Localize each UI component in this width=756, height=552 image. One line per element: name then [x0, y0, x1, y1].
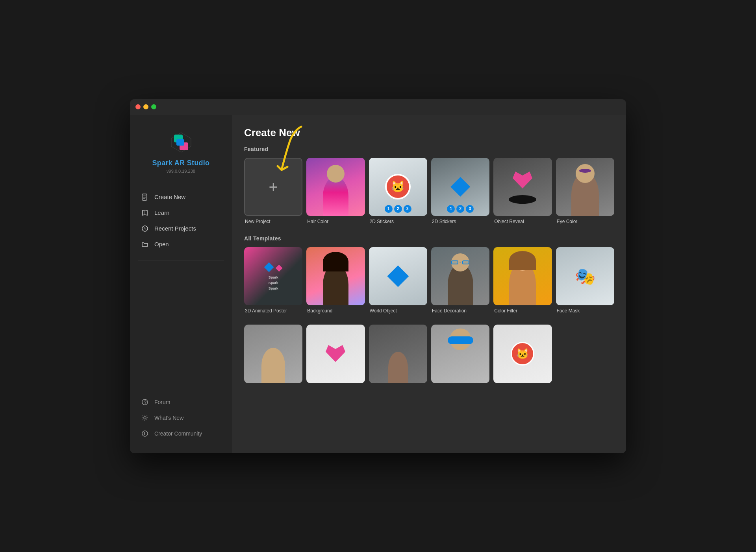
app-body: Spark AR Studio v99.0.0.19.238 C [130, 115, 626, 453]
plus-icon: + [269, 179, 278, 195]
nav-bottom: ? Forum What's New [130, 394, 232, 445]
face-decoration-label: Face Decoration [431, 308, 489, 314]
eye-color-label: Eye Color [556, 219, 614, 224]
svg-rect-3 [176, 139, 184, 146]
new-project-thumb[interactable]: + [244, 158, 302, 216]
background-label: Background [306, 308, 365, 314]
world-diamond-icon [387, 266, 409, 287]
badge-3: 3 [404, 205, 411, 213]
sidebar-label-creator-community: Creator Community [154, 430, 202, 437]
badge-1: 1 [447, 205, 455, 213]
template-card-bottom-1[interactable] [244, 325, 302, 383]
sidebar-item-create-new[interactable]: Create New [130, 189, 232, 205]
2d-stickers-label: 2D Stickers [369, 219, 427, 224]
template-card-bottom-2[interactable] [306, 325, 365, 383]
heart-svg [511, 170, 534, 191]
svg-marker-18 [326, 345, 345, 362]
template-card-background[interactable]: Background [306, 247, 365, 314]
close-button[interactable] [135, 104, 141, 109]
template-card-eye-color[interactable]: Eye Color [556, 158, 614, 224]
nav-divider [138, 260, 224, 260]
maximize-button[interactable] [151, 104, 156, 109]
template-card-poster[interactable]: Spark Spark Spark 3D Animated Poster [244, 247, 302, 314]
featured-label: Featured [244, 146, 614, 152]
svg-text:?: ? [144, 400, 147, 404]
template-card-object-reveal[interactable]: Object Reveal [493, 158, 552, 224]
bottom-templates-grid: 🐱 [244, 325, 614, 383]
3d-stickers-thumb[interactable]: 1 2 3 [431, 158, 489, 216]
sidebar-label-whats-new: What's New [154, 415, 183, 421]
all-templates-grid: Spark Spark Spark 3D Animated Poster [244, 247, 614, 314]
eye-color-thumb[interactable] [556, 158, 614, 216]
color-filter-thumb[interactable] [493, 247, 552, 305]
sidebar-item-creator-community[interactable]: f Creator Community [130, 426, 232, 441]
face-decoration-thumb[interactable] [431, 247, 489, 305]
sidebar-item-open[interactable]: Open [130, 236, 232, 252]
2d-stickers-thumb[interactable]: 🐱 1 2 3 [369, 158, 427, 216]
bottom-thumb-4[interactable] [431, 325, 489, 383]
template-card-3d-stickers[interactable]: 1 2 3 3D Stickers [431, 158, 489, 224]
svg-line-11 [145, 229, 146, 229]
world-object-thumb[interactable] [369, 247, 427, 305]
main-content: Create New Featured + New Project [232, 115, 626, 453]
template-card-world-object[interactable]: World Object [369, 247, 427, 314]
facebook-icon: f [141, 430, 149, 438]
template-card-color-filter[interactable]: Color Filter [493, 247, 552, 314]
hair-color-thumb[interactable] [306, 158, 365, 216]
template-card-bottom-5[interactable]: 🐱 [493, 325, 552, 383]
bottom-thumb-2[interactable] [306, 325, 365, 383]
clock-icon [141, 225, 149, 233]
face-paint-icon: 🎭 [556, 247, 614, 305]
sidebar-item-learn[interactable]: Learn [130, 205, 232, 221]
template-card-face-decoration[interactable]: Face Decoration [431, 247, 489, 314]
sidebar-label-recent: Recent Projects [154, 225, 196, 232]
question-icon: ? [141, 398, 149, 406]
bottom-thumb-5[interactable]: 🐱 [493, 325, 552, 383]
template-card-hair-color[interactable]: Hair Color [306, 158, 365, 224]
svg-text:f: f [144, 431, 145, 436]
template-card-bottom-4[interactable] [431, 325, 489, 383]
sidebar-label-open: Open [154, 241, 169, 247]
bottom-thumb-3[interactable] [369, 325, 427, 383]
poster-content: Spark Spark Spark [244, 247, 302, 305]
book-icon [141, 209, 149, 217]
bottom-thumb-1[interactable] [244, 325, 302, 383]
background-thumb[interactable] [306, 247, 365, 305]
bottom-heart-svg [324, 343, 347, 365]
badge-1: 1 [385, 205, 393, 213]
face-mask-thumb[interactable]: 🎭 [556, 247, 614, 305]
gear-icon [141, 414, 149, 422]
sidebar-label-create-new: Create New [154, 194, 185, 200]
bottom-cat-icon: 🐱 [511, 342, 534, 366]
poster-thumb[interactable]: Spark Spark Spark [244, 247, 302, 305]
sidebar-item-forum[interactable]: ? Forum [130, 394, 232, 410]
sidebar-label-forum: Forum [154, 399, 170, 405]
sidebar-item-recent-projects[interactable]: Recent Projects [130, 221, 232, 236]
nav-section-main: Create New Learn [130, 185, 232, 256]
template-card-2d-stickers[interactable]: 🐱 1 2 3 2D Stickers [369, 158, 427, 224]
sidebar-item-whats-new[interactable]: What's New [130, 410, 232, 426]
template-card-face-mask[interactable]: 🎭 Face Mask [556, 247, 614, 314]
minimize-button[interactable] [143, 104, 148, 109]
app-name-studio: Studio [185, 159, 209, 167]
new-project-label: New Project [244, 219, 302, 224]
3d-stickers-label: 3D Stickers [431, 219, 489, 224]
titlebar [130, 99, 626, 115]
object-reveal-thumb[interactable] [493, 158, 552, 216]
object-reveal-label: Object Reveal [493, 219, 552, 224]
badge-3: 3 [466, 205, 474, 213]
sidebar-label-learn: Learn [154, 209, 169, 216]
svg-point-14 [144, 417, 146, 419]
template-card-new-project[interactable]: + New Project [244, 158, 302, 224]
hair-color-label: Hair Color [306, 219, 365, 224]
sidebar: Spark AR Studio v99.0.0.19.238 C [130, 115, 232, 453]
folder-icon [141, 240, 149, 248]
shadow-ellipse [509, 195, 536, 204]
world-object-label: World Object [369, 308, 427, 314]
template-card-bottom-3[interactable] [369, 325, 427, 383]
app-name-spark: Spark AR [152, 159, 185, 167]
app-version: v99.0.0.19.238 [167, 169, 195, 174]
page-title: Create New [244, 127, 614, 139]
svg-marker-17 [513, 172, 532, 188]
logo-area: Spark AR Studio v99.0.0.19.238 [130, 123, 232, 185]
